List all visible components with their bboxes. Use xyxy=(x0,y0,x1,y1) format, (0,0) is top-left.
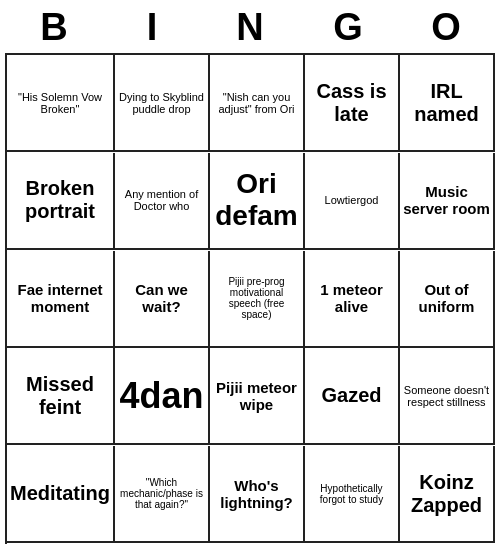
cell-0-0[interactable]: "His Solemn Vow Broken" xyxy=(7,55,115,152)
letter-o: O xyxy=(402,6,490,49)
cell-1-2[interactable]: Ori defam xyxy=(210,153,305,250)
cell-2-3[interactable]: 1 meteor alive xyxy=(305,251,400,348)
cell-3-0[interactable]: Missed feint xyxy=(7,348,115,445)
cell-3-2[interactable]: Pijii meteor wipe xyxy=(210,348,305,445)
cell-4-1[interactable]: "Which mechanic/phase is that again?" xyxy=(115,446,210,543)
letter-g: G xyxy=(304,6,392,49)
cell-1-0[interactable]: Broken portrait xyxy=(7,153,115,250)
cell-4-4[interactable]: Koinz Zapped xyxy=(400,446,495,543)
cell-2-1[interactable]: Can we wait? xyxy=(115,251,210,348)
bingo-title: B I N G O xyxy=(5,0,495,53)
cell-3-1[interactable]: 4dan xyxy=(115,348,210,445)
cell-0-2[interactable]: "Nish can you adjust" from Ori xyxy=(210,55,305,152)
cell-2-0[interactable]: Fae internet moment xyxy=(7,251,115,348)
cell-4-2[interactable]: Who's lightning? xyxy=(210,446,305,543)
letter-b: B xyxy=(10,6,98,49)
cell-2-2[interactable]: Pijii pre-prog motivational speech (free… xyxy=(210,251,305,348)
cell-0-1[interactable]: Dying to Skyblind puddle drop xyxy=(115,55,210,152)
cell-0-4[interactable]: IRL named xyxy=(400,55,495,152)
cell-1-1[interactable]: Any mention of Doctor who xyxy=(115,153,210,250)
cell-4-3[interactable]: Hypothetically forgot to study xyxy=(305,446,400,543)
cell-3-4[interactable]: Someone doesn't respect stillness xyxy=(400,348,495,445)
letter-i: I xyxy=(108,6,196,49)
cell-1-3[interactable]: Lowtiergod xyxy=(305,153,400,250)
letter-n: N xyxy=(206,6,294,49)
cell-2-4[interactable]: Out of uniform xyxy=(400,251,495,348)
cell-4-0[interactable]: Meditating xyxy=(7,446,115,543)
cell-3-3[interactable]: Gazed xyxy=(305,348,400,445)
bingo-grid: "His Solemn Vow Broken" Dying to Skyblin… xyxy=(5,53,495,544)
cell-0-3[interactable]: Cass is late xyxy=(305,55,400,152)
cell-1-4[interactable]: Music server room xyxy=(400,153,495,250)
